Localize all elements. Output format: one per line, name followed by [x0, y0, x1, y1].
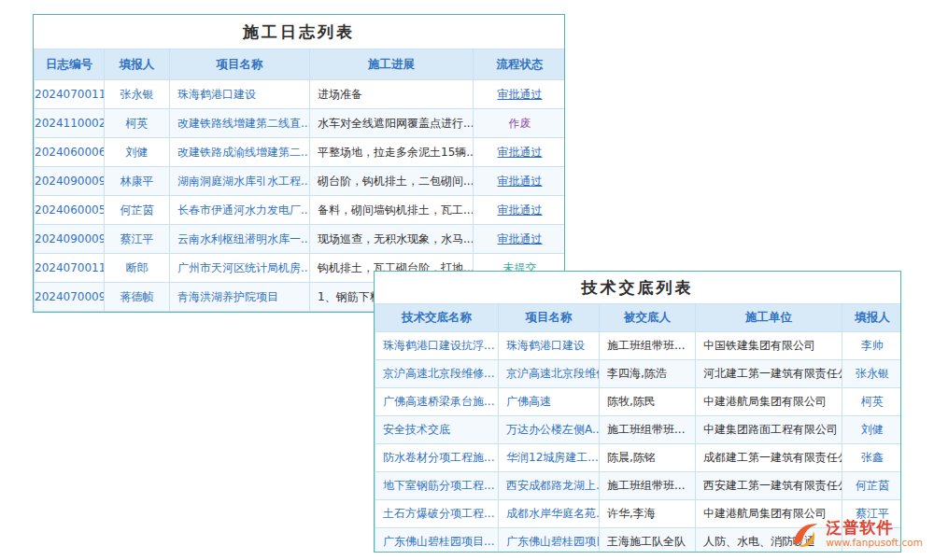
- cell-briefed: 施工班组带班...: [600, 416, 696, 444]
- column-header-log-status: 流程状态: [474, 49, 566, 80]
- brand-url: www.fanpusoft.com: [826, 537, 923, 549]
- cell-id[interactable]: 2024110002: [35, 109, 105, 138]
- table-row[interactable]: 2024090009蔡江平云南水利枢纽潜明水库一...现场巡查，无积水现象，水马…: [35, 225, 566, 254]
- cell-briefed: 陈牧,陈民: [600, 388, 696, 416]
- table-row[interactable]: 2024060005何芷茵长春市伊通河水力发电厂...备料，砌间墙钩机排土，瓦工…: [35, 196, 566, 225]
- table-row[interactable]: 京沪高速北京段维修...京沪高速北京段维修李四海,陈浩河北建工第一建筑有限责任公…: [375, 360, 902, 388]
- cell-name[interactable]: 珠海鹤港口建设抗浮...: [375, 332, 499, 360]
- cell-filler[interactable]: 蔡江平: [105, 225, 170, 254]
- column-header-disclosure-filler: 填报人: [842, 304, 902, 332]
- cell-filler[interactable]: 李帅: [842, 332, 902, 360]
- cell-project[interactable]: 长春市伊通河水力发电厂...: [170, 196, 310, 225]
- cell-id[interactable]: 2024060006: [35, 138, 105, 167]
- cell-briefed: 施工班组带班...: [600, 332, 696, 360]
- cell-status[interactable]: 作废: [474, 109, 566, 138]
- cell-briefed: 王海施工队全队: [600, 528, 696, 553]
- cell-name[interactable]: 广东佛山碧桂园项目...: [375, 528, 499, 553]
- cell-filler[interactable]: 何芷茵: [842, 472, 902, 500]
- column-header-disclosure-project: 项目名称: [499, 304, 600, 332]
- cell-status[interactable]: 审批通过: [474, 196, 566, 225]
- cell-filler[interactable]: 刘健: [105, 138, 170, 167]
- cell-unit: 西安建工第一建筑有限责任公司: [696, 472, 842, 500]
- table-row[interactable]: 2024060006刘健改建铁路成渝线增建第二...平整场地，拉走多余泥土15辆…: [35, 138, 566, 167]
- table-row[interactable]: 2024070011张永银珠海鹤港口建设进场准备审批通过: [35, 80, 566, 109]
- column-header-disclosure-name: 技术交底名称: [375, 304, 499, 332]
- cell-id[interactable]: 2024070011: [35, 254, 105, 283]
- cell-briefed: 陈晨,陈铭: [600, 444, 696, 472]
- cell-filler[interactable]: 刘健: [842, 416, 902, 444]
- cell-project[interactable]: 西安成都路龙湖上...: [499, 472, 600, 500]
- cell-id[interactable]: 2024070009: [35, 283, 105, 312]
- cell-unit: 河北建工第一建筑有限责任公司: [696, 360, 842, 388]
- cell-project[interactable]: 改建铁路线增建第二线直...: [170, 109, 310, 138]
- cell-project[interactable]: 珠海鹤港口建设: [499, 332, 600, 360]
- cell-project[interactable]: 广州市天河区统计局机房...: [170, 254, 310, 283]
- cell-name[interactable]: 土石方爆破分项工程...: [375, 500, 499, 528]
- cell-status[interactable]: 审批通过: [474, 225, 566, 254]
- tech-disclosure-title: 技术交底列表: [375, 272, 900, 303]
- cell-id[interactable]: 2024060005: [35, 196, 105, 225]
- column-header-disclosure-unit: 施工单位: [696, 304, 842, 332]
- cell-filler[interactable]: 张永银: [842, 360, 902, 388]
- cell-project[interactable]: 广佛高速: [499, 388, 600, 416]
- cell-filler[interactable]: 柯英: [842, 388, 902, 416]
- cell-unit: 中国铁建集团有限公司: [696, 332, 842, 360]
- cell-filler[interactable]: 张鑫: [842, 444, 902, 472]
- cell-name[interactable]: 京沪高速北京段维修...: [375, 360, 499, 388]
- cell-unit: 成都建工第一建筑有限责任公司: [696, 444, 842, 472]
- cell-filler[interactable]: 张永银: [105, 80, 170, 109]
- column-header-log-id: 日志编号: [35, 49, 105, 80]
- table-row[interactable]: 2024090009林康平湖南洞庭湖水库引水工程...砌台阶，钩机排土，二包砌间…: [35, 167, 566, 196]
- cell-name[interactable]: 防水卷材分项工程施...: [375, 444, 499, 472]
- fanpu-watermark: 泛普软件 www.fanpusoft.com: [788, 517, 923, 551]
- cell-project[interactable]: 万达办公楼左侧A...: [499, 416, 600, 444]
- cell-project[interactable]: 华润12城房建工...: [499, 444, 600, 472]
- cell-filler[interactable]: 林康平: [105, 167, 170, 196]
- table-row[interactable]: 广佛高速桥梁承台施...广佛高速陈牧,陈民中建港航局集团有限公司柯英: [375, 388, 902, 416]
- cell-filler[interactable]: 蒋德帧: [105, 283, 170, 312]
- cell-progress: 备料，砌间墙钩机排土，瓦工...: [310, 196, 474, 225]
- cell-project[interactable]: 云南水利枢纽潜明水库一...: [170, 225, 310, 254]
- cell-name[interactable]: 地下室钢筋分项工程...: [375, 472, 499, 500]
- construction-log-title: 施工日志列表: [34, 15, 564, 49]
- cell-project[interactable]: 京沪高速北京段维修: [499, 360, 600, 388]
- cell-project[interactable]: 珠海鹤港口建设: [170, 80, 310, 109]
- table-row[interactable]: 防水卷材分项工程施...华润12城房建工...陈晨,陈铭成都建工第一建筑有限责任…: [375, 444, 902, 472]
- log-header-row: 日志编号 填报人 项目名称 施工进展 流程状态: [35, 49, 566, 80]
- column-header-log-filler: 填报人: [105, 49, 170, 80]
- cell-id[interactable]: 2024090009: [35, 167, 105, 196]
- table-row[interactable]: 珠海鹤港口建设抗浮...珠海鹤港口建设施工班组带班...中国铁建集团有限公司李帅: [375, 332, 902, 360]
- cell-id[interactable]: 2024070011: [35, 80, 105, 109]
- cell-project[interactable]: 青海洪湖养护院项目: [170, 283, 310, 312]
- cell-unit: 中建港航局集团有限公司: [696, 388, 842, 416]
- column-header-log-project: 项目名称: [170, 49, 310, 80]
- disclosure-header-row: 技术交底名称 项目名称 被交底人 施工单位 填报人: [375, 304, 902, 332]
- cell-status[interactable]: 审批通过: [474, 167, 566, 196]
- table-row[interactable]: 地下室钢筋分项工程...西安成都路龙湖上...施工班组带班...西安建工第一建筑…: [375, 472, 902, 500]
- cell-progress: 砌台阶，钩机排土，二包砌间...: [310, 167, 474, 196]
- column-header-disclosure-briefed: 被交底人: [600, 304, 696, 332]
- column-header-log-progress: 施工进展: [310, 49, 474, 80]
- cell-project[interactable]: 改建铁路成渝线增建第二...: [170, 138, 310, 167]
- cell-progress: 进场准备: [310, 80, 474, 109]
- cell-filler[interactable]: 柯英: [105, 109, 170, 138]
- cell-project[interactable]: 湖南洞庭湖水库引水工程...: [170, 167, 310, 196]
- cell-id[interactable]: 2024090009: [35, 225, 105, 254]
- cell-status[interactable]: 审批通过: [474, 138, 566, 167]
- cell-unit: 中建集团路面工程有限公司: [696, 416, 842, 444]
- cell-briefed: 许华,李海: [600, 500, 696, 528]
- cell-status[interactable]: 审批通过: [474, 80, 566, 109]
- cell-name[interactable]: 广佛高速桥梁承台施...: [375, 388, 499, 416]
- table-row[interactable]: 2024110002柯英改建铁路线增建第二线直...水车对全线遮阳网覆盖点进行.…: [35, 109, 566, 138]
- desktop: 施工日志列表 日志编号 填报人 项目名称 施工进展 流程状态 202407001…: [0, 0, 934, 560]
- cell-filler[interactable]: 何芷茵: [105, 196, 170, 225]
- cell-progress: 水车对全线遮阳网覆盖点进行...: [310, 109, 474, 138]
- cell-progress: 现场巡查，无积水现象，水马...: [310, 225, 474, 254]
- cell-name[interactable]: 安全技术交底: [375, 416, 499, 444]
- tech-disclosure-panel: 技术交底列表 技术交底名称 项目名称 被交底人 施工单位 填报人 珠海鹤港口建设…: [374, 271, 901, 553]
- cell-project[interactable]: 成都水岸华庭名苑...: [499, 500, 600, 528]
- fanpu-logo-icon: [788, 517, 822, 551]
- cell-filler[interactable]: 断郎: [105, 254, 170, 283]
- cell-project[interactable]: 广东佛山碧桂园项目: [499, 528, 600, 553]
- table-row[interactable]: 安全技术交底万达办公楼左侧A...施工班组带班...中建集团路面工程有限公司刘健: [375, 416, 902, 444]
